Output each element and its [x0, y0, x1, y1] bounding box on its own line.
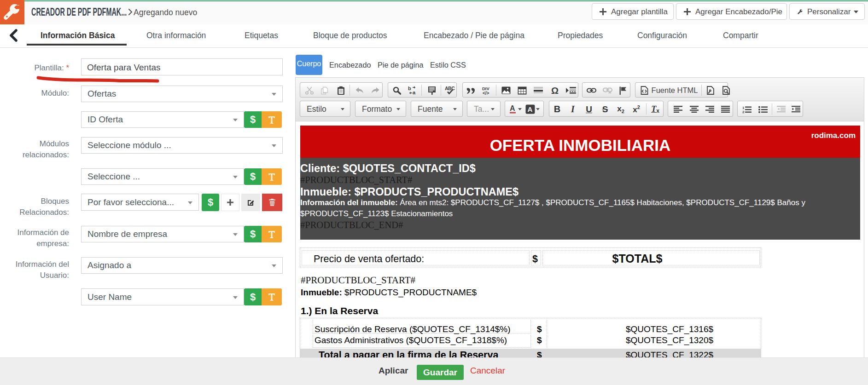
svg-text:2: 2	[742, 110, 745, 113]
svg-text:1: 1	[742, 106, 745, 110]
svg-text:b: b	[408, 86, 411, 91]
svg-text:ABC: ABC	[445, 86, 455, 91]
svg-text:a: a	[413, 90, 416, 95]
svg-text:A: A	[527, 105, 532, 113]
svg-text:A: A	[510, 104, 515, 112]
svg-text:Ω: Ω	[551, 86, 559, 95]
svg-text:DIV: DIV	[482, 86, 490, 91]
svg-text:</>: </>	[483, 91, 489, 95]
